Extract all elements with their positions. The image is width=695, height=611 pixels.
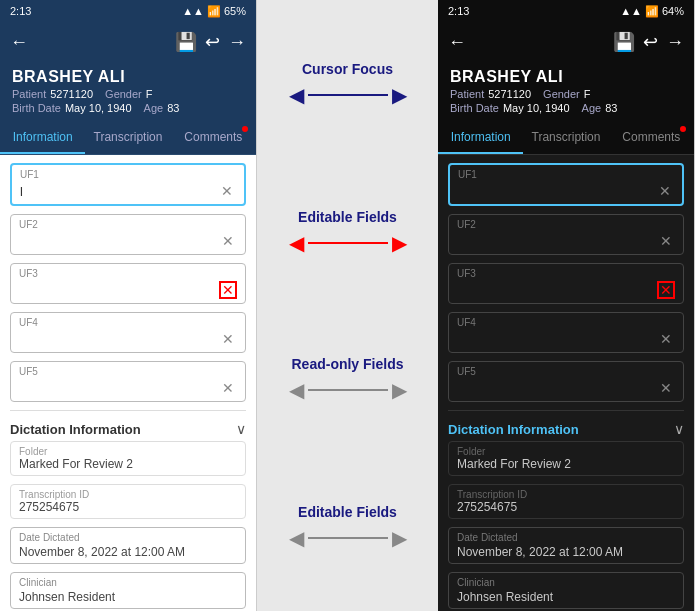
readonly-right-arrow-icon: ▶ [392, 378, 407, 402]
cursor-left-arrow-icon: ◀ [289, 83, 304, 107]
left-uf5-clear[interactable]: ✕ [219, 379, 237, 397]
editable2-arrow-line [308, 537, 388, 539]
left-uf2-clear[interactable]: ✕ [219, 232, 237, 250]
right-patient-name: BRASHEY ALI [450, 68, 682, 86]
left-dob-label: Birth Date [12, 102, 61, 114]
right-undo-button[interactable]: ↩ [643, 31, 658, 53]
battery-icon: 65% [224, 5, 246, 17]
cursor-arrow-line [308, 94, 388, 96]
left-uf4-label: UF4 [19, 317, 237, 328]
right-dictation-header[interactable]: Dictation Information ∨ [448, 415, 684, 441]
right-tab-comments[interactable]: Comments [609, 122, 694, 154]
right-date-label: Date Dictated [457, 532, 675, 543]
cursor-focus-arrow: ◀ ▶ [289, 83, 407, 107]
left-tab-transcription[interactable]: Transcription [85, 122, 170, 154]
left-folder-label: Folder [19, 446, 237, 457]
right-gender-label: Gender [543, 88, 580, 100]
left-clinician-value: Johnsen Resident [19, 590, 237, 604]
editable-fields-2-label: Editable Fields [298, 504, 397, 520]
left-forward-button[interactable]: → [228, 32, 246, 53]
right-uf1-clear[interactable]: ✕ [656, 182, 674, 200]
left-clinician-field: Clinician Johnsen Resident [10, 572, 246, 609]
left-patient-dob: Birth Date May 10, 1940 Age 83 [12, 102, 244, 114]
cursor-right-arrow-icon: ▶ [392, 83, 407, 107]
right-battery-icon: 64% [662, 5, 684, 17]
left-uf5-field[interactable]: UF5 ✕ [10, 361, 246, 402]
right-clinician-label: Clinician [457, 577, 675, 588]
left-content: UF1 l ✕ UF2 ✕ UF3 ✕ UF4 [0, 155, 256, 611]
left-tab-information[interactable]: Information [0, 122, 85, 154]
right-tabs: Information Transcription Comments [438, 122, 694, 155]
right-back-button[interactable]: ← [448, 32, 466, 53]
right-gender-value: F [584, 88, 591, 100]
right-date-value: November 8, 2022 at 12:00 AM [457, 545, 675, 559]
left-uf4-field[interactable]: UF4 ✕ [10, 312, 246, 353]
right-uf4-field[interactable]: UF4 ✕ [448, 312, 684, 353]
right-nav-bar: ← 💾 ↩ → [438, 22, 694, 62]
annotation-editable-fields-1: Editable Fields ◀ ▶ [289, 209, 407, 255]
right-patient-details: Patient 5271120 Gender F [450, 88, 682, 100]
right-clinician-field: Clinician Johnsen Resident [448, 572, 684, 609]
right-uf5-field[interactable]: UF5 ✕ [448, 361, 684, 402]
left-dictation-header[interactable]: Dictation Information ∨ [10, 415, 246, 441]
left-patient-name: BRASHEY ALI [12, 68, 244, 86]
left-chevron-icon[interactable]: ∨ [236, 421, 246, 437]
left-date-value: November 8, 2022 at 12:00 AM [19, 545, 237, 559]
left-uf1-field[interactable]: UF1 l ✕ [10, 163, 246, 206]
signal-icon: ▲▲ [182, 5, 204, 17]
right-uf3-field[interactable]: UF3 ✕ [448, 263, 684, 304]
left-patient-details: Patient 5271120 Gender F [12, 88, 244, 100]
right-uf4-clear[interactable]: ✕ [657, 330, 675, 348]
right-content: UF1 ✕ UF2 ✕ UF3 ✕ UF4 [438, 155, 694, 611]
left-clinician-label: Clinician [19, 577, 237, 588]
right-forward-button[interactable]: → [666, 32, 684, 53]
left-time: 2:13 [10, 5, 31, 17]
right-chevron-icon[interactable]: ∨ [674, 421, 684, 437]
right-uf5-clear[interactable]: ✕ [657, 379, 675, 397]
editable1-arrow-line [308, 242, 388, 244]
left-comments-dot [242, 126, 248, 132]
left-uf1-label: UF1 [20, 169, 236, 180]
annotation-editable-fields-2: Editable Fields ◀ ▶ [289, 504, 407, 550]
editable-fields-1-label: Editable Fields [298, 209, 397, 225]
left-date-field: Date Dictated November 8, 2022 at 12:00 … [10, 527, 246, 564]
left-undo-button[interactable]: ↩ [205, 31, 220, 53]
left-dob-value: May 10, 1940 [65, 102, 132, 114]
right-date-field: Date Dictated November 8, 2022 at 12:00 … [448, 527, 684, 564]
editable1-left-arrow-icon: ◀ [289, 231, 304, 255]
right-time: 2:13 [448, 5, 469, 17]
left-back-button[interactable]: ← [10, 32, 28, 53]
right-folder-label: Folder [457, 446, 675, 457]
left-folder-field: Folder Marked For Review 2 [10, 441, 246, 476]
readonly-arrow-line [308, 389, 388, 391]
left-tab-comments[interactable]: Comments [171, 122, 256, 154]
left-uf1-clear[interactable]: ✕ [218, 182, 236, 200]
right-uf3-clear[interactable]: ✕ [657, 281, 675, 299]
left-gender-label: Gender [105, 88, 142, 100]
right-phone-panel: 2:13 ▲▲ 📶 64% ← 💾 ↩ → BRASHEY ALI Patien… [438, 0, 695, 611]
right-clinician-value: Johnsen Resident [457, 590, 675, 604]
right-uf2-clear[interactable]: ✕ [657, 232, 675, 250]
left-uf3-field[interactable]: UF3 ✕ [10, 263, 246, 304]
editable2-right-arrow-icon: ▶ [392, 526, 407, 550]
left-transcription-id: 275254675 [19, 500, 237, 514]
left-uf4-clear[interactable]: ✕ [219, 330, 237, 348]
left-uf3-clear[interactable]: ✕ [219, 281, 237, 299]
right-dob-label: Birth Date [450, 102, 499, 114]
right-status-bar: 2:13 ▲▲ 📶 64% [438, 0, 694, 22]
right-tab-information[interactable]: Information [438, 122, 523, 154]
right-age-value: 83 [605, 102, 617, 114]
left-status-bar: 2:13 ▲▲ 📶 65% [0, 0, 256, 22]
left-save-button[interactable]: 💾 [175, 31, 197, 53]
left-uf2-field[interactable]: UF2 ✕ [10, 214, 246, 255]
left-transcription-field: Transcription ID 275254675 [10, 484, 246, 519]
editable1-right-arrow-icon: ▶ [392, 231, 407, 255]
left-patient-label: Patient [12, 88, 46, 100]
right-save-button[interactable]: 💾 [613, 31, 635, 53]
right-wifi-icon: 📶 [645, 5, 659, 18]
left-transcription-label: Transcription ID [19, 489, 237, 500]
right-uf1-field[interactable]: UF1 ✕ [448, 163, 684, 206]
right-uf2-field[interactable]: UF2 ✕ [448, 214, 684, 255]
left-uf1-input[interactable]: l [20, 184, 218, 199]
right-tab-transcription[interactable]: Transcription [523, 122, 608, 154]
